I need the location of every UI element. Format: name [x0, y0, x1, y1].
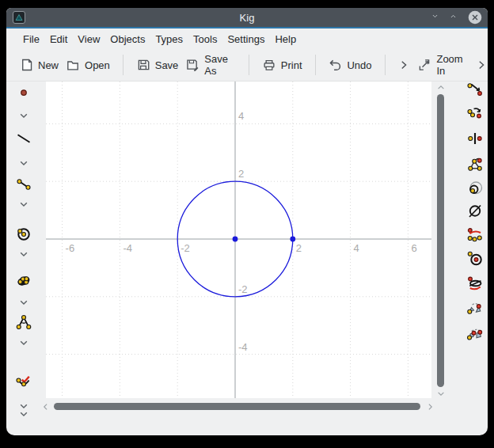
toolbar-button-label: Zoom In: [436, 53, 468, 77]
print-icon: [262, 58, 276, 72]
toolbar-button-save[interactable]: Save: [136, 58, 179, 72]
toolbar-separator: [385, 55, 386, 75]
vertical-scrollbar[interactable]: [434, 82, 448, 398]
y-axis-tick-label: -4: [238, 341, 248, 353]
conic-tools-expander[interactable]: [17, 296, 30, 309]
toolbar-button-label: Save As: [204, 53, 236, 77]
toolbar-button-print[interactable]: Print: [262, 58, 302, 72]
angle-tool[interactable]: [16, 314, 32, 330]
menu-settings[interactable]: Settings: [223, 33, 268, 45]
conic-tool[interactable]: [16, 273, 32, 289]
construction-toolbar: [6, 81, 41, 435]
kig-window: Kig FileEditViewObjectsTypesToolsSetting…: [6, 8, 488, 435]
toolbar-button-label: Undo: [347, 59, 371, 71]
scroll-up-icon[interactable]: [436, 83, 446, 93]
left-toolbar-expander-chevron[interactable]: [17, 408, 30, 420]
kig-app-icon: [13, 11, 25, 24]
window-controls: [431, 8, 482, 27]
transformation-toolbar: [463, 81, 487, 435]
angle-tools-expander[interactable]: [17, 336, 30, 349]
toolbar-overflow-chevron[interactable]: [475, 59, 488, 71]
toolbar-overflow-chevron[interactable]: [397, 59, 410, 71]
new-document-icon: [19, 58, 33, 72]
point-reflection-tool[interactable]: [467, 131, 483, 146]
main-content: -6-4-2246-4-224: [6, 81, 488, 435]
toolbar-button-open[interactable]: Open: [66, 58, 110, 72]
y-axis-tick-label: 2: [238, 168, 244, 180]
circle-inversion-tool[interactable]: [467, 251, 483, 267]
arc-tool[interactable]: [16, 374, 32, 390]
window-title: Kig: [6, 12, 488, 24]
toolbar-button-label: Save: [155, 59, 179, 71]
chevron-right-icon: [475, 59, 488, 71]
kig-canvas[interactable]: -6-4-2246-4-224: [46, 82, 431, 398]
harmonic-homology-tool[interactable]: [467, 227, 483, 243]
x-axis-tick-label: -4: [123, 242, 132, 254]
rotate-object-tool[interactable]: [467, 156, 483, 172]
horizontal-scrollbar[interactable]: [40, 401, 435, 412]
menubar: FileEditViewObjectsTypesToolsSettingsHel…: [6, 28, 488, 49]
menu-view[interactable]: View: [74, 33, 104, 45]
main-toolbar: NewOpenSaveSave AsPrintUndoZoom In: [6, 49, 488, 82]
undo-icon: [328, 58, 342, 72]
save-icon: [136, 58, 150, 72]
horizontal-scrollbar-thumb[interactable]: [54, 403, 420, 410]
toolbar-button-zoom-in[interactable]: Zoom In: [417, 53, 468, 77]
similitude-tool[interactable]: [467, 299, 483, 315]
desktop-background: Kig FileEditViewObjectsTypesToolsSetting…: [0, 0, 494, 448]
geometry-point[interactable]: [233, 237, 238, 242]
menu-file[interactable]: File: [19, 33, 44, 45]
rotate-tool[interactable]: [467, 105, 483, 121]
geometry-point[interactable]: [290, 237, 295, 242]
projectivity-tool[interactable]: [467, 325, 483, 340]
y-axis-tick-label: 4: [238, 110, 244, 122]
x-axis-tick-label: 4: [354, 242, 359, 254]
scale-tool[interactable]: [467, 180, 483, 196]
line-tool[interactable]: [16, 131, 32, 146]
toolbar-button-new[interactable]: New: [19, 58, 59, 72]
toolbar-separator: [315, 55, 316, 75]
toolbar-button-label: Open: [85, 59, 110, 71]
x-axis-tick-label: 2: [296, 242, 302, 254]
chevron-right-icon: [397, 59, 410, 71]
toolbar-separator: [249, 55, 249, 75]
menu-tools[interactable]: Tools: [189, 33, 221, 45]
y-axis-tick-label: -2: [238, 283, 248, 295]
maximize-button[interactable]: [450, 13, 459, 22]
segment-tool[interactable]: [16, 177, 32, 192]
menu-help[interactable]: Help: [271, 33, 300, 45]
circle-tools-expander[interactable]: [17, 248, 30, 260]
toolbar-separator: [123, 55, 124, 75]
menu-types[interactable]: Types: [151, 33, 187, 45]
segment-tools-expander[interactable]: [17, 198, 30, 211]
titlebar[interactable]: Kig: [6, 8, 488, 27]
scroll-down-icon[interactable]: [436, 389, 446, 398]
scroll-left-icon[interactable]: [41, 402, 51, 412]
save-as-icon: [185, 58, 200, 72]
line-tools-expander[interactable]: [17, 157, 30, 169]
x-axis-tick-label: -2: [180, 242, 190, 254]
point-tool[interactable]: [16, 85, 32, 101]
x-axis-tick-label: 6: [411, 242, 416, 254]
toolbar-button-label: Print: [281, 59, 302, 71]
toolbar-button-label: New: [38, 59, 59, 71]
translate-tool[interactable]: [467, 81, 483, 97]
toolbar-button-save-as[interactable]: Save As: [185, 53, 236, 77]
minimize-button[interactable]: [431, 13, 441, 22]
open-folder-icon: [66, 58, 80, 72]
menu-objects[interactable]: Objects: [106, 33, 149, 45]
point-tools-expander[interactable]: [17, 109, 30, 122]
toolbar-button-undo[interactable]: Undo: [328, 58, 371, 72]
x-axis-tick-label: -6: [66, 242, 75, 254]
close-button[interactable]: [468, 10, 482, 25]
scroll-right-icon[interactable]: [425, 402, 435, 412]
menu-edit[interactable]: Edit: [46, 33, 71, 45]
circle-tool[interactable]: [16, 226, 32, 242]
affinity-tool[interactable]: [467, 275, 483, 291]
vertical-scrollbar-thumb[interactable]: [437, 94, 444, 387]
inversion-tool[interactable]: [467, 203, 483, 219]
zoom-in-icon: [417, 58, 431, 72]
